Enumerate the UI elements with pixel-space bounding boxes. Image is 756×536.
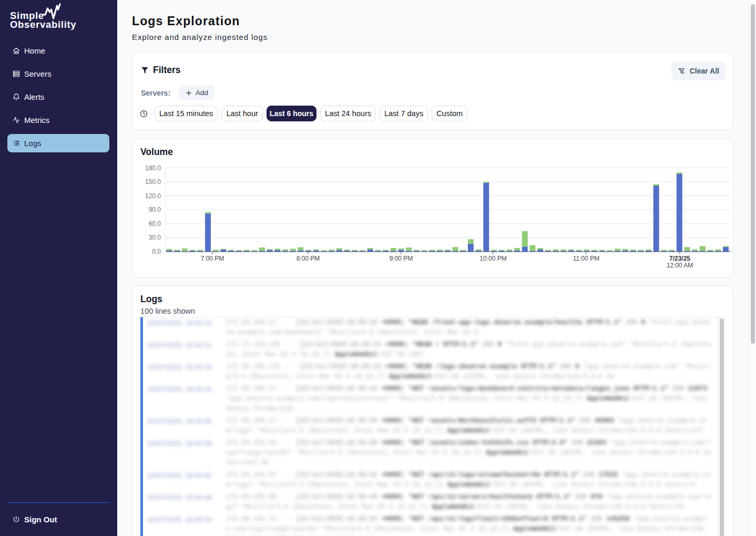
svg-text:150.0: 150.0 — [145, 178, 161, 185]
svg-text:9:00 PM: 9:00 PM — [390, 255, 413, 262]
svg-text:7/23/25: 7/23/25 — [669, 255, 690, 262]
svg-text:180.0: 180.0 — [145, 164, 161, 172]
svg-text:12:00 AM: 12:00 AM — [667, 262, 693, 269]
svg-text:8:00 PM: 8:00 PM — [297, 255, 320, 262]
svg-text:120.0: 120.0 — [145, 192, 161, 200]
svg-text:10:00 PM: 10:00 PM — [479, 255, 506, 262]
svg-text:90.0: 90.0 — [149, 206, 161, 213]
svg-text:30.0: 30.0 — [149, 234, 161, 241]
svg-text:7:00 PM: 7:00 PM — [201, 255, 224, 262]
svg-text:0.0: 0.0 — [152, 248, 161, 255]
svg-text:60.0: 60.0 — [149, 220, 161, 228]
svg-text:11:00 PM: 11:00 PM — [573, 255, 599, 262]
